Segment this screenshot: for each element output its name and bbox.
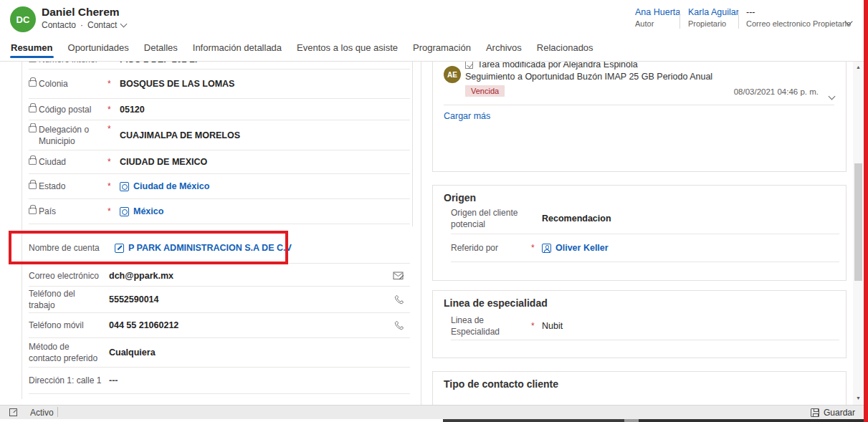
field-row-ciudad[interactable]: Ciudad * CIUDAD DE MEXICO [29, 150, 410, 174]
author-label: Autor [635, 19, 680, 28]
tab-detalles[interactable]: Detalles [143, 39, 178, 59]
field-row-colonia[interactable]: Colonia * BOSQUES DE LAS LOMAS [29, 69, 410, 99]
section-title-linea: Linea de especialidad [444, 297, 548, 309]
field-label: Código postal [39, 103, 91, 115]
field-value[interactable]: dch@ppark.mx [109, 271, 173, 281]
lock-icon [29, 158, 35, 164]
field-row-telefono-trabajo[interactable]: Teléfono del trabajo 5552590014 [29, 287, 410, 313]
call-phone-icon[interactable] [394, 320, 404, 330]
field-row-origen-cliente[interactable]: Origen del cliente potencial Recomendaci… [451, 203, 839, 234]
field-value-lookup[interactable]: Ciudad de México [120, 181, 209, 191]
header-field-owner: Karla Aguilar Propietario [688, 7, 739, 28]
form-status-bar: Activo Guardar [0, 405, 868, 419]
tab-eventos[interactable]: Eventos a los que asiste [296, 39, 399, 59]
call-phone-icon[interactable] [394, 294, 404, 304]
form-selector-label[interactable]: Contact [87, 20, 117, 30]
origen-card: Origen Origen del cliente potencial Reco… [432, 185, 846, 281]
form-selector-chevron-down-icon[interactable] [120, 21, 128, 28]
tab-informacion-detallada[interactable]: Información detallada [192, 39, 282, 59]
field-row-nombre-de-cuenta[interactable]: Nombre de cuenta P PARK ADMINISTRACION S… [29, 233, 410, 264]
page-title: Daniel Cherem [42, 6, 120, 19]
field-label: Estado [39, 181, 65, 192]
timeline-divider [444, 105, 834, 105]
owner-label: Propietario [688, 19, 739, 28]
record-tab-bar: Resumen Oportunidades Detalles Informaci… [0, 37, 868, 62]
owner-link[interactable]: Karla Aguilar [688, 7, 739, 17]
tab-resumen[interactable]: Resumen [10, 39, 54, 59]
contact-lookup-link[interactable]: Oliver Keller [542, 243, 609, 253]
country-entity-icon [120, 207, 129, 216]
field-label: Teléfono móvil [29, 320, 84, 331]
field-value[interactable]: PISO 2 DEP 202 LI [120, 62, 197, 64]
field-row-administrativo[interactable]: Administrativo * Sí [451, 395, 839, 405]
field-value[interactable]: --- [109, 375, 118, 385]
field-value[interactable]: 044 55 21060212 [109, 320, 178, 330]
pop-out-icon[interactable] [9, 408, 17, 416]
tab-relacionados[interactable]: Relacionados [536, 39, 594, 59]
owner-email-value: --- [746, 7, 851, 17]
field-label: Referido por [451, 242, 531, 254]
field-label: Origen del cliente potencial [451, 206, 531, 229]
field-row-telefono-movil[interactable]: Teléfono móvil 044 55 21060212 [29, 313, 410, 338]
field-row-estado[interactable]: Estado * Ciudad de México [29, 174, 410, 199]
field-row-delegacion[interactable]: Delegación o Municipio * CUAJIMALPA DE M… [29, 120, 410, 150]
timeline-entry-date: 08/03/2021 04:46 p. m. [734, 87, 819, 96]
field-row-numero-interior[interactable]: Número interior PISO 2 DEP 202 LI [29, 62, 410, 69]
owner-email-label: Correo electronico Propietario [746, 19, 851, 28]
lock-icon [29, 80, 35, 86]
field-value[interactable]: Nubit [542, 321, 563, 331]
field-value[interactable]: 05120 [120, 105, 145, 115]
field-value[interactable]: 5552590014 [109, 294, 159, 304]
scroll-down-icon[interactable]: ▼ [853, 395, 864, 401]
record-subtitle[interactable]: Contacto · Contact [42, 20, 126, 30]
field-row-metodo-contacto[interactable]: Método de contacto preferido Cualquiera [29, 338, 410, 368]
column-divider [421, 62, 421, 405]
field-value[interactable]: CUAJIMALPA DE MORELOS [120, 130, 240, 140]
timeline-entry-subject[interactable]: Seguimiento a Oportunidad Buzón IMAP 25 … [465, 72, 712, 82]
header-expand-chevron-down-icon[interactable] [846, 14, 852, 27]
scrollbar-thumb[interactable] [854, 163, 862, 281]
field-label: Delegación o Municipio [39, 123, 108, 146]
field-row-referido-por[interactable]: Referido por * Oliver Keller [451, 234, 839, 262]
task-checkbox-icon [465, 62, 473, 69]
tab-oportunidades[interactable]: Oportunidades [67, 39, 130, 59]
field-label: Colonia [39, 78, 68, 90]
field-label: Método de contacto preferido [29, 341, 103, 364]
field-value[interactable]: BOSQUES DE LAS LOMAS [120, 79, 234, 89]
timeline-avatar: AE [444, 66, 461, 83]
account-lookup-link[interactable]: P PARK ADMINISTRACION S.A DE C.V [115, 243, 292, 253]
scroll-up-icon[interactable]: ▲ [853, 64, 864, 69]
field-value-lookup[interactable]: México [120, 206, 163, 216]
field-row-pais[interactable]: País * México [29, 199, 410, 224]
field-label: Dirección 1: calle 1 [29, 375, 101, 386]
required-asterisk: * [531, 321, 535, 331]
section-title-origen: Origen [444, 192, 476, 203]
field-row-linea-especialidad[interactable]: Linea de Especialidad * Nubit [451, 312, 839, 340]
field-row-codigo-postal[interactable]: Código postal * 05120 [29, 99, 410, 120]
load-more-link[interactable]: Cargar más [444, 111, 490, 121]
author-link[interactable]: Ana Huerta [635, 7, 680, 17]
tab-archivos[interactable]: Archivos [485, 39, 523, 59]
send-email-icon[interactable] [393, 271, 404, 280]
field-label: País [39, 206, 56, 217]
field-value[interactable]: Cualquiera [109, 347, 156, 358]
save-button[interactable]: Guardar [811, 408, 855, 418]
field-label: Número interior [39, 62, 98, 65]
field-value[interactable]: Recomendacion [542, 214, 611, 224]
record-body: Número interior PISO 2 DEP 202 LI Coloni… [0, 62, 868, 405]
tab-programacion[interactable]: Programación [412, 39, 472, 59]
field-row-correo[interactable]: Correo electrónico dch@ppark.mx [29, 265, 410, 287]
vertical-scrollbar[interactable]: ▲ ▼ [853, 62, 864, 405]
state-entity-icon [120, 182, 129, 191]
field-row-direccion-calle2[interactable]: Dirección 1: calle 2 [29, 394, 410, 405]
lock-icon [29, 208, 35, 214]
save-icon [811, 408, 819, 417]
field-row-direccion-calle1[interactable]: Dirección 1: calle 1 --- [29, 368, 410, 394]
field-value[interactable]: CIUDAD DE MEXICO [120, 157, 207, 167]
required-asterisk: * [108, 206, 111, 216]
timeline-entry-title[interactable]: Tarea modificada por Alejandra Espinola [465, 62, 638, 69]
timeline-entry-chevron-down-icon[interactable] [829, 89, 834, 102]
header-divider [679, 10, 680, 29]
taskbar-edge [0, 419, 868, 422]
header-divider [738, 10, 739, 29]
